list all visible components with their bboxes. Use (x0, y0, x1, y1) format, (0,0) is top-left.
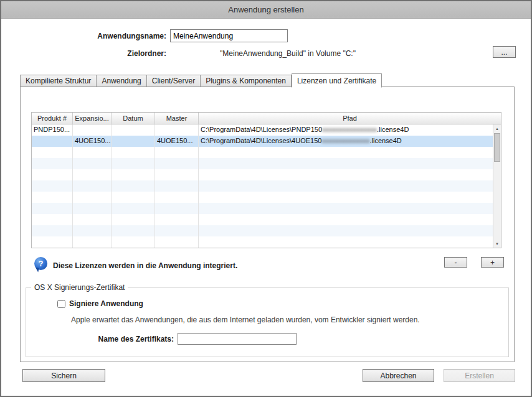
remove-license-button[interactable]: - (444, 257, 467, 268)
app-name-label: Anwendungsname: (85, 32, 166, 40)
scroll-down-icon[interactable]: ▼ (493, 240, 501, 248)
table-row-empty[interactable] (32, 236, 501, 248)
table-row-empty[interactable] (32, 192, 501, 203)
cell-expansion: 4UOE150... (73, 136, 112, 147)
table-header-row: Produkt # Expansio... Datum Master Pfad (32, 113, 501, 124)
tab-anwendung[interactable]: Anwendung (97, 75, 146, 87)
browse-button[interactable]: ... (493, 46, 516, 58)
save-button[interactable]: Sichern (22, 369, 105, 382)
col-header-expansion[interactable]: Expansio... (73, 113, 112, 124)
col-header-master[interactable]: Master (155, 113, 199, 124)
cell-datum (112, 136, 155, 147)
osx-signing-group: OS X Signierungs-Zertifikat Signiere Anw… (26, 287, 509, 357)
table-row-selected[interactable]: 4UOE150... 4UOE150... C:\ProgramData\4D\… (32, 136, 501, 147)
table-row-empty[interactable] (32, 169, 501, 180)
pfad-redacted: xxxxxxxxxxxxxx (321, 137, 369, 144)
cell-pfad: C:\ProgramData\4D\Licenses\4UOE150xxxxxx… (199, 136, 501, 147)
create-button: Erstellen (444, 369, 515, 382)
table-row-empty[interactable] (32, 203, 501, 214)
certificate-name-label: Name des Zertifikats: (49, 335, 174, 343)
cell-master (155, 124, 199, 136)
tab-plugins-komponenten[interactable]: Plugins & Komponenten (201, 75, 292, 87)
help-icon: ? (34, 257, 47, 270)
cell-master: 4UOE150... (155, 136, 199, 147)
osx-signing-group-title: OS X Signierungs-Zertifikat (31, 283, 128, 292)
signing-description: Apple erwartet das Anwendungen, die aus … (71, 315, 420, 324)
pfad-suffix: .license4D (369, 137, 401, 144)
table-row-empty[interactable] (32, 214, 501, 225)
licenses-table: Produkt # Expansio... Datum Master Pfad … (31, 112, 501, 248)
cell-pfad: C:\ProgramData\4D\Licenses\PNDP150xxxxxx… (199, 124, 501, 136)
tab-bar: Kompilierte Struktur Anwendung Client/Se… (20, 73, 382, 87)
vertical-scrollbar[interactable]: ▲ ▼ (493, 124, 501, 248)
tab-kompilierte-struktur[interactable]: Kompilierte Struktur (20, 75, 97, 87)
scroll-up-icon[interactable]: ▲ (493, 124, 501, 133)
sign-application-row: Signiere Anwendung (57, 299, 143, 308)
certificate-name-input[interactable] (178, 333, 297, 345)
cell-produkt: PNDP150... (32, 124, 73, 136)
col-header-datum[interactable]: Datum (112, 113, 155, 124)
tab-panel-lizenzen: Produkt # Expansio... Datum Master Pfad … (20, 86, 515, 362)
add-license-button[interactable]: + (481, 257, 504, 268)
col-header-pfad[interactable]: Pfad (199, 113, 501, 124)
target-folder-label: Zielordner: (85, 49, 166, 58)
tab-client-server[interactable]: Client/Server (147, 75, 201, 87)
table-row-empty[interactable] (32, 225, 501, 236)
cell-expansion (73, 124, 112, 136)
target-folder-value: "MeineAnwendung_Build" in Volume "C:" (182, 49, 394, 58)
table-row[interactable]: PNDP150... C:\ProgramData\4D\Licenses\PN… (32, 124, 501, 136)
sign-application-checkbox[interactable] (57, 300, 65, 308)
cell-produkt (32, 136, 73, 147)
create-application-dialog: Anwendung erstellen Anwendungsname: Ziel… (0, 0, 532, 397)
cell-datum (112, 124, 155, 136)
window-title: Anwendung erstellen (228, 5, 303, 14)
table-row-empty[interactable] (32, 147, 501, 158)
scrollbar-thumb[interactable] (494, 133, 500, 162)
sign-application-label: Signiere Anwendung (69, 299, 143, 308)
app-name-input[interactable] (170, 29, 288, 42)
table-row-empty[interactable] (32, 180, 501, 192)
col-header-produkt[interactable]: Produkt # (32, 113, 73, 124)
tab-lizenzen-zertifikate[interactable]: Lizenzen und Zertifikate (292, 73, 382, 88)
cancel-button[interactable]: Abbrechen (363, 369, 434, 382)
title-bar[interactable]: Anwendung erstellen (1, 1, 531, 19)
pfad-suffix: .license4D (377, 126, 409, 133)
licenses-info-text: Diese Lizenzen werden in die Anwendung i… (53, 261, 237, 270)
pfad-prefix: C:\ProgramData\4D\Licenses\4UOE150 (201, 137, 321, 144)
pfad-redacted: xxxxxxxxxxxxxxxx (322, 126, 377, 133)
pfad-prefix: C:\ProgramData\4D\Licenses\PNDP150 (201, 126, 322, 133)
table-row-empty[interactable] (32, 158, 501, 169)
